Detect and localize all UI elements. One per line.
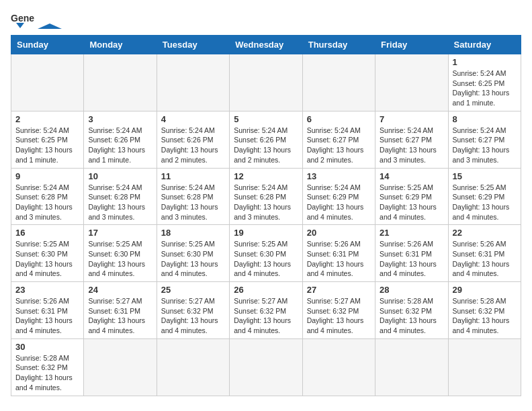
calendar-cell: 30Sunrise: 5:28 AM Sunset: 6:32 PM Dayli…	[11, 338, 84, 396]
day-info: Sunrise: 5:24 AM Sunset: 6:26 PM Dayligh…	[88, 126, 152, 165]
calendar-cell: 7Sunrise: 5:24 AM Sunset: 6:27 PM Daylig…	[375, 111, 448, 168]
day-number: 4	[161, 114, 225, 124]
calendar-cell	[230, 338, 302, 396]
day-number: 20	[307, 228, 371, 238]
day-number: 13	[307, 171, 371, 181]
day-info: Sunrise: 5:26 AM Sunset: 6:31 PM Dayligh…	[453, 239, 517, 279]
day-info: Sunrise: 5:27 AM Sunset: 6:31 PM Dayligh…	[88, 296, 152, 336]
calendar-cell: 23Sunrise: 5:26 AM Sunset: 6:31 PM Dayli…	[11, 282, 84, 339]
week-row-4: 16Sunrise: 5:25 AM Sunset: 6:30 PM Dayli…	[11, 225, 521, 282]
weekday-header-monday: Monday	[84, 36, 157, 54]
calendar-cell	[302, 338, 375, 396]
day-info: Sunrise: 5:27 AM Sunset: 6:32 PM Dayligh…	[161, 296, 225, 336]
day-info: Sunrise: 5:24 AM Sunset: 6:27 PM Dayligh…	[453, 126, 517, 165]
header: General	[11, 11, 521, 30]
logo-triangle	[38, 24, 62, 29]
day-info: Sunrise: 5:25 AM Sunset: 6:30 PM Dayligh…	[15, 239, 79, 279]
day-number: 7	[380, 114, 443, 124]
day-info: Sunrise: 5:24 AM Sunset: 6:27 PM Dayligh…	[307, 126, 371, 165]
day-number: 18	[161, 228, 225, 238]
day-number: 1	[453, 57, 517, 67]
calendar-cell: 20Sunrise: 5:26 AM Sunset: 6:31 PM Dayli…	[302, 225, 375, 282]
day-number: 22	[453, 228, 517, 238]
day-number: 23	[15, 285, 79, 295]
week-row-3: 9Sunrise: 5:24 AM Sunset: 6:28 PM Daylig…	[11, 168, 521, 225]
day-number: 25	[161, 285, 225, 295]
calendar-cell: 5Sunrise: 5:24 AM Sunset: 6:26 PM Daylig…	[230, 111, 302, 168]
calendar-cell: 17Sunrise: 5:25 AM Sunset: 6:30 PM Dayli…	[84, 225, 157, 282]
day-number: 12	[234, 171, 298, 181]
calendar-cell: 9Sunrise: 5:24 AM Sunset: 6:28 PM Daylig…	[11, 168, 84, 225]
day-info: Sunrise: 5:27 AM Sunset: 6:32 PM Dayligh…	[307, 296, 371, 336]
day-number: 10	[88, 171, 152, 181]
calendar-cell: 21Sunrise: 5:26 AM Sunset: 6:31 PM Dayli…	[375, 225, 448, 282]
calendar-cell	[84, 54, 157, 111]
calendar-cell: 8Sunrise: 5:24 AM Sunset: 6:27 PM Daylig…	[448, 111, 521, 168]
calendar-cell: 29Sunrise: 5:28 AM Sunset: 6:32 PM Dayli…	[448, 282, 521, 339]
calendar-cell: 16Sunrise: 5:25 AM Sunset: 6:30 PM Dayli…	[11, 225, 84, 282]
day-info: Sunrise: 5:25 AM Sunset: 6:30 PM Dayligh…	[234, 239, 298, 279]
day-info: Sunrise: 5:27 AM Sunset: 6:32 PM Dayligh…	[234, 296, 298, 336]
day-number: 28	[380, 285, 443, 295]
calendar-cell: 25Sunrise: 5:27 AM Sunset: 6:32 PM Dayli…	[157, 282, 229, 339]
day-info: Sunrise: 5:28 AM Sunset: 6:32 PM Dayligh…	[380, 296, 443, 336]
day-number: 16	[15, 228, 79, 238]
calendar-cell: 15Sunrise: 5:25 AM Sunset: 6:29 PM Dayli…	[448, 168, 521, 225]
day-number: 11	[161, 171, 225, 181]
day-info: Sunrise: 5:25 AM Sunset: 6:30 PM Dayligh…	[88, 239, 152, 279]
day-info: Sunrise: 5:25 AM Sunset: 6:29 PM Dayligh…	[453, 183, 517, 222]
weekday-header-sunday: Sunday	[11, 36, 84, 54]
week-row-2: 2Sunrise: 5:24 AM Sunset: 6:25 PM Daylig…	[11, 111, 521, 168]
calendar-cell: 6Sunrise: 5:24 AM Sunset: 6:27 PM Daylig…	[302, 111, 375, 168]
day-number: 5	[234, 114, 298, 124]
day-info: Sunrise: 5:26 AM Sunset: 6:31 PM Dayligh…	[307, 239, 371, 279]
day-info: Sunrise: 5:24 AM Sunset: 6:26 PM Dayligh…	[234, 126, 298, 165]
calendar-cell: 19Sunrise: 5:25 AM Sunset: 6:30 PM Dayli…	[230, 225, 302, 282]
svg-marker-1	[16, 23, 24, 28]
calendar-cell: 28Sunrise: 5:28 AM Sunset: 6:32 PM Dayli…	[375, 282, 448, 339]
logo-icon: General	[11, 11, 35, 30]
day-number: 27	[307, 285, 371, 295]
day-info: Sunrise: 5:25 AM Sunset: 6:30 PM Dayligh…	[161, 239, 225, 279]
calendar-cell: 12Sunrise: 5:24 AM Sunset: 6:28 PM Dayli…	[230, 168, 302, 225]
day-info: Sunrise: 5:28 AM Sunset: 6:32 PM Dayligh…	[453, 296, 517, 336]
calendar-cell	[375, 54, 448, 111]
day-info: Sunrise: 5:24 AM Sunset: 6:25 PM Dayligh…	[453, 68, 517, 108]
day-info: Sunrise: 5:26 AM Sunset: 6:31 PM Dayligh…	[380, 239, 443, 279]
day-number: 14	[380, 171, 443, 181]
day-info: Sunrise: 5:24 AM Sunset: 6:28 PM Dayligh…	[234, 183, 298, 222]
calendar-cell	[84, 338, 157, 396]
day-number: 3	[88, 114, 152, 124]
day-number: 9	[15, 171, 79, 181]
weekday-header-thursday: Thursday	[302, 36, 375, 54]
day-info: Sunrise: 5:25 AM Sunset: 6:29 PM Dayligh…	[380, 183, 443, 222]
weekday-header-row: SundayMondayTuesdayWednesdayThursdayFrid…	[11, 36, 521, 54]
day-number: 29	[453, 285, 517, 295]
day-number: 8	[453, 114, 517, 124]
week-row-6: 30Sunrise: 5:28 AM Sunset: 6:32 PM Dayli…	[11, 338, 521, 396]
calendar-cell: 10Sunrise: 5:24 AM Sunset: 6:28 PM Dayli…	[84, 168, 157, 225]
day-number: 15	[453, 171, 517, 181]
calendar-cell: 1Sunrise: 5:24 AM Sunset: 6:25 PM Daylig…	[448, 54, 521, 111]
svg-marker-2	[38, 24, 62, 29]
svg-text:General: General	[11, 13, 35, 24]
calendar-cell	[375, 338, 448, 396]
weekday-header-tuesday: Tuesday	[157, 36, 229, 54]
calendar-cell: 22Sunrise: 5:26 AM Sunset: 6:31 PM Dayli…	[448, 225, 521, 282]
calendar-cell: 26Sunrise: 5:27 AM Sunset: 6:32 PM Dayli…	[230, 282, 302, 339]
day-number: 30	[15, 342, 79, 352]
calendar-cell: 13Sunrise: 5:24 AM Sunset: 6:29 PM Dayli…	[302, 168, 375, 225]
day-info: Sunrise: 5:24 AM Sunset: 6:28 PM Dayligh…	[15, 183, 79, 222]
calendar-table: SundayMondayTuesdayWednesdayThursdayFrid…	[11, 35, 521, 396]
day-info: Sunrise: 5:24 AM Sunset: 6:25 PM Dayligh…	[15, 126, 79, 165]
week-row-1: 1Sunrise: 5:24 AM Sunset: 6:25 PM Daylig…	[11, 54, 521, 111]
calendar-cell	[157, 54, 229, 111]
calendar-cell	[302, 54, 375, 111]
calendar-cell	[448, 338, 521, 396]
calendar-cell: 3Sunrise: 5:24 AM Sunset: 6:26 PM Daylig…	[84, 111, 157, 168]
weekday-header-friday: Friday	[375, 36, 448, 54]
day-number: 6	[307, 114, 371, 124]
calendar-cell	[11, 54, 84, 111]
calendar-cell: 14Sunrise: 5:25 AM Sunset: 6:29 PM Dayli…	[375, 168, 448, 225]
day-number: 17	[88, 228, 152, 238]
